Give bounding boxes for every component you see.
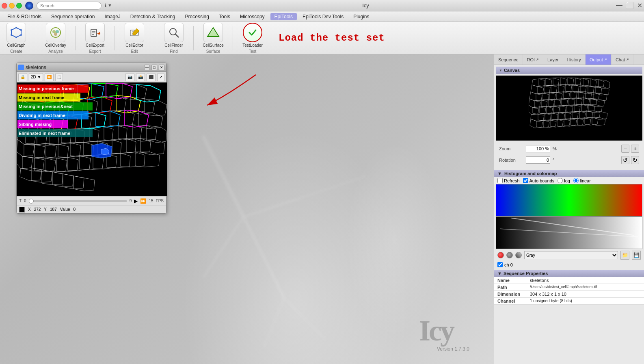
- auto-bounds-checkbox-label[interactable]: Auto bounds: [523, 178, 555, 183]
- menu-plugins[interactable]: Plugins: [349, 13, 373, 20]
- tab-output[interactable]: Output ↗: [586, 54, 612, 65]
- seq-props-title: ▼ Sequence Properties: [494, 270, 644, 277]
- menu-file-roi[interactable]: File & ROI tools: [3, 13, 45, 20]
- maximize-button[interactable]: [16, 3, 22, 9]
- menu-imagej[interactable]: ImageJ: [100, 13, 124, 20]
- celleditor-button[interactable]: CellEditor: [123, 23, 146, 48]
- minimize-button[interactable]: [9, 3, 15, 9]
- value-label: Value: [60, 207, 70, 212]
- tab-sequence[interactable]: Sequence: [494, 54, 523, 65]
- tab-roi[interactable]: ROI ↗: [523, 54, 544, 65]
- refresh-checkbox-label[interactable]: Refresh: [497, 178, 520, 183]
- seq-dimension-key: Dimension: [497, 292, 530, 297]
- frame-selector[interactable]: ⬚: [55, 73, 63, 81]
- rotation-cw-button[interactable]: ↻: [631, 156, 639, 164]
- tab-chat[interactable]: Chat ↗: [612, 54, 633, 65]
- skeletons-image-canvas[interactable]: Missing in previous frame Missing in nex…: [17, 82, 167, 196]
- svg-line-27: [264, 298, 284, 347]
- close-icon[interactable]: ✕: [637, 2, 642, 9]
- cellexport-icon: [85, 23, 105, 42]
- tab-history[interactable]: History: [563, 54, 586, 65]
- testloader-button[interactable]: TestLoader: [241, 23, 264, 48]
- celloverlay-button[interactable]: CellOverlay: [44, 23, 67, 48]
- close-button[interactable]: [2, 3, 7, 9]
- window-right-controls[interactable]: — ⬜ ✕: [616, 2, 642, 9]
- cellexport-button[interactable]: CellExport: [84, 23, 106, 48]
- checker-swatch[interactable]: [515, 252, 522, 258]
- main-area: skeletons — □ ✕ 🔒 2D ▼ ⏩ ⬚ 📷 📸 ⬛ ↗: [0, 54, 644, 364]
- colormap-save-button[interactable]: 💾: [632, 251, 641, 260]
- linear-radio-label[interactable]: linear: [573, 178, 591, 183]
- stack-tool[interactable]: ⬛: [147, 73, 156, 81]
- svg-text:Missing in previous&next: Missing in previous&next: [19, 104, 73, 109]
- camera-tool[interactable]: 📷: [125, 73, 134, 81]
- play-button[interactable]: ▶: [134, 198, 138, 204]
- menu-microscopy[interactable]: Microscopy: [236, 13, 269, 20]
- y-label: Y: [44, 207, 47, 212]
- cellgraph-button[interactable]: CellGraph: [5, 23, 28, 48]
- titlebar: ℹ ▼ Icy — ⬜ ✕: [0, 0, 644, 11]
- cellfinder-button[interactable]: CellFinder: [162, 23, 185, 48]
- menu-detection[interactable]: Detection & Tracking: [126, 13, 179, 20]
- gray-swatch[interactable]: [506, 252, 513, 258]
- ch0-checkbox[interactable]: [497, 262, 503, 267]
- cellsurface-button[interactable]: CellSurface: [202, 23, 225, 48]
- skeletons-minimize[interactable]: —: [144, 65, 150, 70]
- play-controls[interactable]: ⏩: [45, 73, 54, 81]
- cellsurface-icon: [203, 23, 223, 42]
- toolbar-group-surface: CellSurface Surface: [202, 23, 225, 54]
- skeletons-close[interactable]: ✕: [159, 65, 164, 70]
- menu-epitools[interactable]: EpiTools: [270, 13, 297, 20]
- 2d-mode-selector[interactable]: 2D ▼: [29, 73, 43, 81]
- rotation-ccw-button[interactable]: ↺: [621, 156, 629, 164]
- surface-group-label: Surface: [206, 49, 220, 54]
- window-controls[interactable]: [2, 3, 22, 9]
- ch0-checkbox-label[interactable]: ch 0: [497, 262, 513, 267]
- timeline-slider[interactable]: [29, 200, 127, 202]
- toolbar-group-test: TestLoader Test: [241, 23, 264, 54]
- timeline-thumb[interactable]: [29, 199, 34, 204]
- snapshot-tool[interactable]: 📸: [136, 73, 145, 81]
- colormap-folder-button[interactable]: 📁: [620, 251, 629, 260]
- menu-sequence-op[interactable]: Sequence operation: [47, 13, 99, 20]
- skeletons-window-icon: [18, 65, 24, 70]
- log-radio-label[interactable]: log: [558, 178, 570, 183]
- search-input[interactable]: [40, 3, 98, 8]
- zoom-input[interactable]: [526, 145, 550, 152]
- tab-layer[interactable]: Layer: [543, 54, 563, 65]
- restore-icon[interactable]: ⬜: [626, 2, 634, 9]
- search-box[interactable]: [37, 2, 102, 10]
- next-frame-button[interactable]: ⏩: [140, 198, 146, 204]
- lock-tool[interactable]: 🔒: [18, 73, 27, 81]
- toolbar-sep-4: [154, 26, 154, 50]
- log-radio[interactable]: [558, 178, 563, 183]
- seq-props-title-text: Sequence Properties: [504, 271, 548, 276]
- refresh-checkbox[interactable]: [497, 178, 503, 183]
- svg-marker-0: [11, 28, 21, 37]
- create-group-label: Create: [10, 49, 22, 54]
- seq-channel-key: Channel: [497, 299, 530, 303]
- rotation-input[interactable]: [526, 156, 550, 164]
- menu-processing[interactable]: Processing: [181, 13, 213, 20]
- menu-epitools-dev[interactable]: EpiTools Dev Tools: [298, 13, 348, 20]
- svg-line-19: [175, 34, 179, 37]
- svg-line-26: [284, 298, 325, 339]
- skeletons-maximize[interactable]: □: [151, 65, 157, 70]
- minimize-icon[interactable]: —: [616, 2, 622, 9]
- refresh-label: Refresh: [504, 178, 520, 183]
- info-icon[interactable]: ℹ ▼: [105, 3, 112, 8]
- svg-line-25: [203, 217, 244, 278]
- skeletons-titlebar: skeletons — □ ✕: [17, 63, 166, 72]
- skeletons-window-controls[interactable]: — □ ✕: [144, 65, 164, 70]
- zoom-out-button[interactable]: −: [621, 145, 629, 153]
- canvas-area[interactable]: skeletons — □ ✕ 🔒 2D ▼ ⏩ ⬚ 📷 📸 ⬛ ↗: [0, 54, 494, 364]
- export-tool[interactable]: ↗: [157, 73, 164, 81]
- auto-bounds-checkbox[interactable]: [523, 178, 528, 183]
- color-wheel-swatch[interactable]: [497, 252, 504, 258]
- colormap-select[interactable]: Gray Hot Jet Rainbow: [524, 251, 618, 259]
- t-max: 9: [130, 199, 132, 203]
- zoom-in-button[interactable]: +: [631, 145, 639, 153]
- menu-tools[interactable]: Tools: [215, 13, 234, 20]
- seq-name-value: skeletons: [530, 278, 549, 283]
- linear-radio[interactable]: [573, 178, 579, 183]
